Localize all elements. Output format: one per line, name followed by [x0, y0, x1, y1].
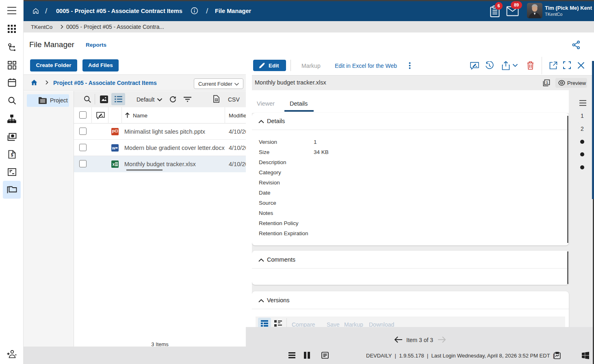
svg-text:1: 1 [546, 80, 548, 84]
svg-text:W: W [112, 146, 116, 150]
svg-text:P: P [112, 130, 115, 134]
svg-text:x: x [113, 162, 115, 167]
svg-text:$: $ [11, 153, 13, 157]
